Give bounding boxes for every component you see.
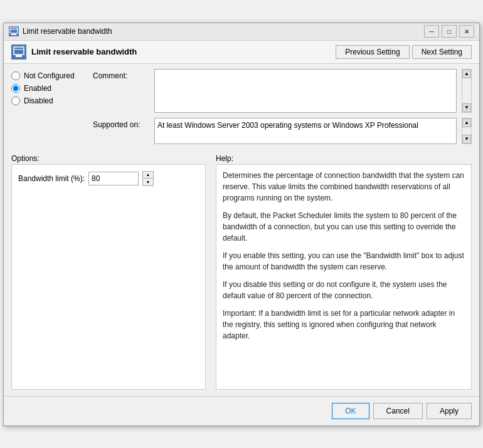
close-button[interactable]: ✕ <box>459 25 474 38</box>
header-left: Limit reservable bandwidth <box>11 44 137 60</box>
header-buttons: Previous Setting Next Setting <box>336 45 472 59</box>
title-bar-controls: ─ □ ✕ <box>424 25 474 38</box>
cancel-button[interactable]: Cancel <box>373 403 423 419</box>
supported-scrollbar: ▲ ▼ <box>462 118 472 144</box>
title-bar-left: Limit reservable bandwidth <box>9 26 112 36</box>
bandwidth-label: Bandwidth limit (%): <box>18 174 85 183</box>
main-content: Not Configured Enabled Disabled Comment: <box>4 64 479 390</box>
options-panel: Bandwidth limit (%): ▲ ▼ <box>11 164 206 390</box>
help-para-1: Determines the percentage of connection … <box>223 170 465 204</box>
supported-label: Supported on: <box>93 118 149 129</box>
ok-button[interactable]: OK <box>332 403 369 419</box>
help-para-2: By default, the Packet Scheduler limits … <box>223 210 465 244</box>
spinner-controls: ▲ ▼ <box>142 171 154 186</box>
comment-row: Comment: ▲ ▼ <box>93 69 472 113</box>
minimize-button[interactable]: ─ <box>424 25 439 38</box>
bandwidth-input[interactable] <box>88 172 139 185</box>
radio-disabled[interactable]: Disabled <box>11 96 93 105</box>
radio-column: Not Configured Enabled Disabled <box>11 69 93 150</box>
help-para-3: If you enable this setting, you can use … <box>223 250 465 273</box>
radio-enabled[interactable]: Enabled <box>11 84 93 93</box>
radio-not-configured-label: Not Configured <box>24 71 75 80</box>
header-icon <box>11 44 26 60</box>
comment-scroll-up[interactable]: ▲ <box>462 70 471 78</box>
apply-button[interactable]: Apply <box>427 403 472 419</box>
help-para-4: If you disable this setting or do not co… <box>223 279 465 301</box>
help-para-5: Important: If a bandwidth limit is set f… <box>223 308 465 341</box>
radio-disabled-input[interactable] <box>11 96 20 105</box>
supported-value: At least Windows Server 2003 operating s… <box>157 121 418 130</box>
supported-scroll-down[interactable]: ▼ <box>462 135 471 143</box>
comment-scroll-down[interactable]: ▼ <box>462 103 471 112</box>
comment-textarea[interactable] <box>154 69 457 113</box>
right-form: Comment: ▲ ▼ Supported on: At least Wind… <box>93 69 472 150</box>
bottom-bar: OK Cancel Apply <box>4 396 479 425</box>
supported-box: At least Windows Server 2003 operating s… <box>154 118 457 144</box>
radio-not-configured[interactable]: Not Configured <box>11 71 93 80</box>
next-setting-button[interactable]: Next Setting <box>412 45 472 59</box>
spinner-up-button[interactable]: ▲ <box>143 172 153 179</box>
supported-row: Supported on: At least Windows Server 20… <box>93 118 472 144</box>
comment-label: Comment: <box>93 69 149 113</box>
window-title: Limit reservable bandwidth <box>23 27 112 36</box>
window-icon <box>9 26 19 36</box>
radio-not-configured-input[interactable] <box>11 71 20 80</box>
header-title: Limit reservable bandwidth <box>31 47 137 56</box>
help-panel: Determines the percentage of connection … <box>216 164 472 390</box>
radio-enabled-input[interactable] <box>11 84 20 93</box>
supported-scroll-up[interactable]: ▲ <box>462 118 471 127</box>
maximize-button[interactable]: □ <box>442 25 457 38</box>
svg-rect-0 <box>10 28 18 33</box>
radio-disabled-label: Disabled <box>24 96 53 105</box>
top-section: Not Configured Enabled Disabled Comment: <box>11 69 472 150</box>
title-bar: Limit reservable bandwidth ─ □ ✕ <box>4 23 479 41</box>
options-label: Options: <box>11 154 40 163</box>
svg-rect-2 <box>11 34 16 35</box>
spinner-down-button[interactable]: ▼ <box>143 179 153 185</box>
header-bar: Limit reservable bandwidth Previous Sett… <box>4 41 479 64</box>
bandwidth-row: Bandwidth limit (%): ▲ ▼ <box>18 171 199 186</box>
radio-enabled-label: Enabled <box>24 84 51 93</box>
svg-rect-5 <box>16 55 22 57</box>
comment-scrollbar: ▲ ▼ <box>462 69 472 113</box>
main-window: Limit reservable bandwidth ─ □ ✕ Limit r… <box>3 23 480 426</box>
help-label: Help: <box>216 154 233 163</box>
previous-setting-button[interactable]: Previous Setting <box>336 45 409 59</box>
svg-rect-3 <box>14 47 24 55</box>
